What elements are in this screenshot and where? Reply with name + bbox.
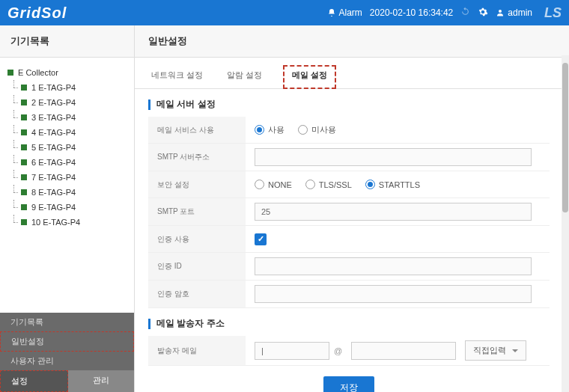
auth-use-checkbox[interactable]: ✓ (255, 233, 267, 245)
tab-mail[interactable]: 메일 설정 (283, 65, 336, 89)
smtp-port-label: SMTP 포트 (148, 198, 246, 225)
sidebar-title: 기기목록 (0, 25, 134, 58)
scrollbar-thumb[interactable] (562, 63, 568, 212)
settings-tabs: 네트워크 설정 알람 설정 메일 설정 (135, 58, 563, 89)
nav-device-list[interactable]: 기기목록 (0, 313, 134, 331)
mail-server-section: 메일 서버 설정 메일 서비스 사용 사용 미사용 SMTP 서버주소 (135, 89, 563, 308)
app-header: GridSol Alarm 2020-02-10 16:34:42 admin … (0, 0, 569, 25)
status-icon (21, 85, 27, 91)
status-icon (21, 99, 27, 105)
radio-security-none[interactable]: NONE (255, 180, 292, 189)
main-panel: 일반설정 네트워크 설정 알람 설정 메일 설정 메일 서버 설정 메일 서비스… (135, 25, 569, 392)
at-sign-icon: @ (334, 346, 342, 355)
tree-item[interactable]: 3 E-TAG-P4 (6, 110, 128, 125)
user-icon (496, 8, 505, 17)
tree-item[interactable]: 6 E-TAG-P4 (6, 155, 128, 170)
nav-manage[interactable]: 관리 (68, 370, 135, 392)
tree-item[interactable]: 2 E-TAG-P4 (6, 95, 128, 110)
status-icon (21, 189, 27, 195)
nav-general-settings[interactable]: 일반설정 (0, 331, 134, 352)
section-bar-icon (148, 99, 150, 110)
chevron-down-icon (512, 349, 518, 352)
section-title: 메일 발송자 주소 (156, 317, 225, 330)
radio-icon (255, 180, 264, 189)
radio-service-use[interactable]: 사용 (255, 124, 284, 135)
tree-item[interactable]: 9 E-TAG-P4 (6, 200, 128, 215)
page-title: 일반설정 (135, 25, 569, 58)
tree-item[interactable]: 10 E-TAG-P4 (6, 215, 128, 230)
user-indicator[interactable]: admin (496, 7, 532, 18)
header-datetime: 2020-02-10 16:34:42 (370, 7, 453, 18)
status-icon (21, 159, 27, 165)
status-icon (21, 144, 27, 150)
radio-icon (255, 125, 264, 135)
smtp-port-input[interactable] (255, 203, 532, 221)
section-title: 메일 서버 설정 (156, 98, 216, 111)
sidebar: 기기목록 E Collector 1 E-TAG-P4 2 E-TAG-P4 3… (0, 25, 135, 392)
status-icon (21, 114, 27, 120)
tree-root[interactable]: E Collector (6, 65, 128, 80)
status-icon (21, 219, 27, 225)
smtp-addr-label: SMTP 서버주소 (148, 144, 246, 171)
tab-alarm[interactable]: 알람 설정 (224, 65, 265, 88)
nav-user-mgmt[interactable]: 사용자 관리 (0, 352, 134, 370)
tab-network[interactable]: 네트워크 설정 (148, 65, 206, 88)
auth-pw-input[interactable] (255, 285, 532, 303)
settings-icon[interactable] (478, 7, 488, 19)
status-icon (21, 129, 27, 135)
tree-item[interactable]: 8 E-TAG-P4 (6, 185, 128, 200)
alarm-label: Alarm (339, 7, 362, 18)
user-name: admin (508, 7, 532, 18)
smtp-addr-input[interactable] (255, 148, 532, 166)
tree-item[interactable]: 7 E-TAG-P4 (6, 170, 128, 185)
bell-icon (327, 8, 336, 17)
save-button[interactable]: 저장 (323, 376, 374, 392)
tree-item[interactable]: 1 E-TAG-P4 (6, 80, 128, 95)
alarm-indicator[interactable]: Alarm (327, 7, 362, 18)
sender-domain-input[interactable] (351, 342, 456, 360)
sidebar-bottom-nav: 기기목록 일반설정 사용자 관리 설정 관리 (0, 313, 134, 392)
radio-security-tls[interactable]: TLS/SSL (305, 180, 352, 189)
sender-section: 메일 발송자 주소 발송자 메일 @ 직접입력 저장 (135, 308, 563, 392)
status-icon (21, 174, 27, 180)
status-icon (21, 204, 27, 210)
refresh-icon[interactable] (460, 7, 470, 19)
auth-id-label: 인증 ID (148, 253, 246, 280)
sender-mail-label: 발송자 메일 (148, 336, 246, 365)
auth-id-input[interactable] (255, 257, 532, 275)
auth-pw-label: 인증 암호 (148, 281, 246, 307)
app-logo: GridSol (7, 4, 67, 22)
sender-local-input[interactable] (255, 342, 329, 360)
radio-icon (305, 180, 315, 189)
nav-settings[interactable]: 설정 (0, 370, 68, 392)
sender-domain-select[interactable]: 직접입력 (465, 340, 526, 361)
security-label: 보안 설정 (148, 171, 246, 197)
scrollbar[interactable] (562, 55, 569, 392)
tree-item[interactable]: 5 E-TAG-P4 (6, 140, 128, 155)
header-right: Alarm 2020-02-10 16:34:42 admin LS (327, 5, 562, 21)
radio-icon (298, 125, 308, 135)
status-icon (7, 70, 13, 76)
section-bar-icon (148, 319, 150, 329)
ls-logo: LS (544, 5, 562, 21)
mail-service-label: 메일 서비스 사용 (148, 117, 246, 143)
tree-item[interactable]: 4 E-TAG-P4 (6, 125, 128, 140)
auth-use-label: 인증 사용 (148, 226, 246, 252)
radio-icon (365, 180, 375, 189)
svg-point-0 (499, 10, 502, 13)
radio-security-starttls[interactable]: STARTTLS (365, 180, 420, 189)
radio-service-nouse[interactable]: 미사용 (298, 124, 336, 135)
